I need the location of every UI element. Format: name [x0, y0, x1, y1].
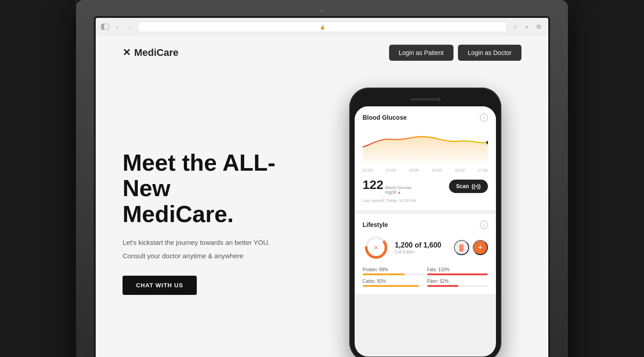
sidebar-toggle-icon[interactable] [101, 24, 109, 30]
chart-label-1: 13:00 [386, 168, 396, 172]
glucose-number: 122 [363, 178, 384, 192]
carbs-label: Carbs: 92% [363, 279, 424, 284]
lifestyle-title: Lifestyle [363, 221, 388, 228]
protein-bar [363, 273, 424, 275]
hero-title: Meet the ALL-New MediCare. [123, 150, 302, 227]
lifestyle-actions: ▐▌ + [454, 240, 488, 255]
phone-speaker [410, 98, 437, 101]
scan-button[interactable]: Scan ((•)) [449, 180, 488, 193]
hero-title-line1: Meet the ALL-New [123, 150, 275, 201]
browser-chrome: ‹ › 🔒 ⎍ + ⧉ [96, 18, 548, 36]
chart-label-5: 17:00 [478, 168, 488, 172]
synced-text: Last synced: Today, 12:30 AM [363, 198, 488, 203]
protein-label: Protein: 69% [363, 267, 424, 272]
laptop-body: ‹ › 🔒 ⎍ + ⧉ ✕ MediCare [76, 0, 568, 357]
donut-close-icon: ✕ [373, 244, 379, 251]
glucose-meta: Blood Glucose mg/dl ▲ [385, 185, 411, 195]
stats-button[interactable]: ▐▌ [454, 240, 469, 255]
address-bar[interactable]: 🔒 [138, 21, 507, 32]
camera-notch [320, 9, 324, 13]
protein-fill [363, 273, 405, 275]
site-header: ✕ MediCare Login as Patient Login as Doc… [96, 36, 548, 70]
tabs-button[interactable]: ⧉ [534, 22, 543, 31]
browser-action-buttons: ⎍ + ⧉ [511, 22, 543, 31]
calorie-donut: ✕ [363, 234, 390, 261]
fiber-bar [427, 285, 488, 287]
blood-glucose-title: Blood Glucose [363, 114, 407, 121]
blood-glucose-header: Blood Glucose i [363, 113, 488, 122]
back-button[interactable]: ‹ [113, 22, 122, 31]
lifestyle-info-icon[interactable]: i [480, 221, 488, 229]
glucose-value-group: 122 Blood Glucose mg/dl ▲ [363, 178, 411, 195]
hero-subtitle-1: Let's kickstart the journey towards an b… [123, 238, 302, 248]
glucose-chart-svg [363, 127, 488, 163]
lifestyle-card: Lifestyle i [355, 214, 496, 294]
logo-text: MediCare [134, 47, 178, 59]
phone-mockup: Blood Glucose i [349, 88, 501, 357]
nutrition-fats: Fats: 110% [427, 267, 488, 275]
logo-icon: ✕ [123, 47, 131, 59]
chart-label-0: 12:00 [363, 168, 373, 172]
logo: ✕ MediCare [123, 47, 178, 59]
lifestyle-header: Lifestyle i [363, 221, 488, 229]
lifestyle-row: ✕ 1,200 of 1,600 Cal Eaten ▐▌ [363, 234, 488, 261]
carbs-bar [363, 285, 424, 287]
fiber-fill [427, 285, 459, 287]
add-button[interactable]: + [473, 240, 488, 255]
hero-subtitle-2: Consult your doctor anytime & anywhere [123, 251, 302, 261]
login-doctor-button[interactable]: Login as Doctor [458, 45, 521, 61]
lock-icon: 🔒 [320, 25, 325, 29]
chart-label-3: 15:00 [432, 168, 442, 172]
glucose-value-row: 122 Blood Glucose mg/dl ▲ [363, 178, 488, 195]
glucose-label: Blood Glucose [385, 185, 411, 190]
share-button[interactable]: ⎍ [511, 22, 520, 31]
hero-title-line2: MediCare. [123, 201, 234, 227]
phone-content: Blood Glucose i [355, 106, 496, 294]
hero-section: Meet the ALL-New MediCare. Let's kicksta… [96, 70, 548, 357]
blood-glucose-chart [363, 127, 488, 163]
chart-label-4: 16:00 [455, 168, 465, 172]
hero-text: Meet the ALL-New MediCare. Let's kicksta… [123, 150, 302, 295]
forward-button[interactable]: › [125, 22, 134, 31]
fats-label: Fats: 110% [427, 267, 488, 272]
scan-wifi-icon: ((•)) [472, 183, 481, 189]
fats-fill [427, 273, 488, 275]
phone-notch-bar [355, 93, 496, 105]
carbs-fill [363, 285, 419, 287]
scan-label: Scan [456, 183, 469, 189]
chat-with-us-button[interactable]: CHAT WITH US [123, 276, 197, 295]
screen-bezel: ‹ › 🔒 ⎍ + ⧉ ✕ MediCare [94, 16, 550, 357]
calorie-info: 1,200 of 1,600 Cal Eaten [390, 241, 454, 254]
nutrition-carbs: Carbs: 92% [363, 279, 424, 287]
nutrition-protein: Protein: 69% [363, 267, 424, 275]
nutrition-grid: Protein: 69% Fats: 110% [363, 267, 488, 287]
fiber-label: Fiber: 52% [427, 279, 488, 284]
website-content: ✕ MediCare Login as Patient Login as Doc… [96, 36, 548, 357]
login-patient-button[interactable]: Login as Patient [389, 45, 453, 61]
blood-glucose-card: Blood Glucose i [355, 106, 496, 214]
phone-camera [437, 97, 441, 101]
calorie-label: Cal Eaten [395, 249, 454, 254]
phone-screen: Blood Glucose i [355, 106, 496, 357]
new-tab-button[interactable]: + [522, 22, 531, 31]
calorie-value: 1,200 of 1,600 [395, 241, 454, 249]
laptop-frame: ‹ › 🔒 ⎍ + ⧉ ✕ MediCare [76, 0, 568, 357]
nav-buttons: Login as Patient Login as Doctor [389, 45, 521, 61]
chart-time-labels: 12:00 13:00 14:00 15:00 16:00 17:00 [363, 168, 488, 172]
phone-container: Blood Glucose i [329, 83, 521, 357]
chart-label-2: 14:00 [409, 168, 419, 172]
fats-bar [427, 273, 488, 275]
glucose-trend-icon: ▲ [398, 190, 401, 194]
nutrition-fiber: Fiber: 52% [427, 279, 488, 287]
glucose-unit: mg/dl ▲ [385, 190, 411, 195]
blood-glucose-info-icon[interactable]: i [480, 113, 488, 122]
